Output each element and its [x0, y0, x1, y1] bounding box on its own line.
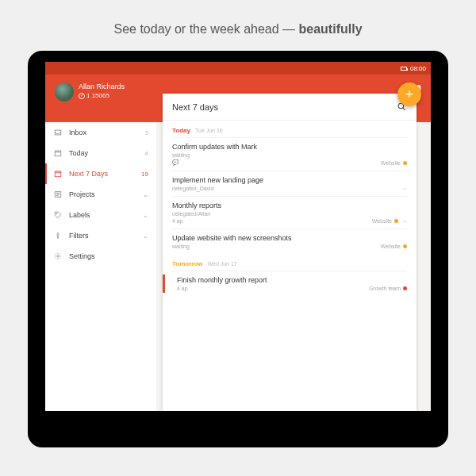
task-row[interactable]: Implement new landing page delegated_Dav…: [172, 171, 407, 196]
inbox-icon: [53, 129, 63, 136]
day-name: Today: [172, 127, 190, 134]
task-title: Finish monthly growth report: [177, 276, 407, 284]
task-project: Website: [381, 244, 407, 249]
today-icon: [53, 149, 63, 157]
sidebar-item-inbox[interactable]: Inbox 3: [45, 122, 156, 143]
task-card: Next 7 days + Today Tue Jun 16 Confirm u…: [163, 94, 416, 411]
card-title: Next 7 days: [172, 102, 397, 112]
task-title: Monthly reports: [172, 202, 407, 209]
comment-icon: 💬: [172, 159, 179, 166]
week-icon: [53, 170, 63, 178]
user-block[interactable]: Allan Richards ✓ 1 15065: [79, 83, 125, 100]
svg-rect-2: [55, 171, 61, 177]
task-title: Implement new landing page: [172, 176, 407, 184]
avatar[interactable]: [55, 83, 74, 102]
karma-row: ✓ 1 15065: [79, 92, 125, 100]
task-project: Growth team: [369, 286, 407, 291]
project-dot-icon: [394, 219, 398, 223]
sidebar-item-count: 4: [145, 150, 148, 157]
tablet-frame: 08:00 Allan Richards ✓ 1 15065: [28, 51, 448, 447]
project-dot-icon: [403, 244, 407, 248]
svg-point-4: [56, 213, 57, 214]
task-row[interactable]: Update website with new screenshots wait…: [172, 228, 407, 254]
chevron-down-icon: ⌄: [143, 232, 148, 240]
sidebar-item-projects[interactable]: Projects ⌄: [45, 184, 156, 205]
day-date: Wed Jun 17: [208, 261, 237, 267]
svg-rect-1: [55, 151, 61, 156]
karma-icon: ✓: [79, 93, 85, 99]
projects-icon: [53, 190, 63, 198]
task-list[interactable]: Today Tue Jun 16 Confirm updates with Ma…: [163, 121, 416, 411]
priority-indicator: [163, 274, 165, 293]
task-label: delegated/Allan: [172, 211, 210, 217]
user-name: Allan Richards: [79, 83, 125, 92]
sidebar-item-count: 19: [141, 171, 148, 178]
task-project: Website: [381, 160, 407, 166]
clock: 08:00: [410, 65, 426, 72]
status-bar: 08:00: [45, 62, 431, 75]
day-name: Tomorrow: [172, 260, 203, 267]
svg-point-5: [57, 255, 60, 258]
task-project: Website⌄: [372, 217, 407, 224]
project-dot-icon: [403, 286, 407, 290]
day-date: Tue Jun 16: [195, 128, 223, 133]
main-panel: Next 7 days + Today Tue Jun 16 Confirm u…: [156, 122, 431, 411]
chevron-down-icon: ⌄: [143, 212, 148, 219]
gear-icon: [53, 252, 63, 260]
day-header-tomorrow: Tomorrow Wed Jun 17: [172, 254, 407, 271]
sidebar-item-label: Projects: [69, 190, 143, 198]
sidebar-item-label: Settings: [69, 252, 148, 260]
task-meta: delegated/Allan: [172, 211, 407, 217]
karma-points: 1 15065: [86, 92, 109, 100]
chevron-down-icon: ⌄: [143, 191, 148, 198]
task-meta: waiting: [172, 152, 407, 158]
sidebar-item-filters[interactable]: Filters ⌄: [45, 225, 156, 246]
task-label: waiting: [172, 152, 190, 158]
sidebar-item-labels[interactable]: Labels ⌄: [45, 205, 156, 225]
day-header-today: Today Tue Jun 16: [172, 121, 407, 137]
sidebar: Inbox 3 Today 4 Next 7 Days 19: [45, 122, 156, 411]
marketing-tagline: See today or the week ahead — beautifull…: [0, 0, 476, 51]
screen: 08:00 Allan Richards ✓ 1 15065: [45, 62, 431, 411]
tagline-text: See today or the week ahead —: [113, 22, 298, 36]
task-label: delegated_David: [172, 186, 214, 191]
task-row[interactable]: Finish monthly growth report 4 ap Growth…: [172, 271, 407, 296]
task-meta: waiting: [172, 244, 407, 249]
tagline-emphasis: beautifully: [299, 22, 363, 36]
task-title: Confirm updates with Mark: [172, 143, 407, 151]
chevron-down-icon: ⌄: [402, 217, 407, 224]
content-layout: Inbox 3 Today 4 Next 7 Days 19: [45, 122, 431, 411]
sidebar-item-label: Next 7 Days: [69, 170, 141, 178]
task-row[interactable]: Monthly reports delegated/Allan 4 ap Web…: [172, 196, 407, 228]
sidebar-item-label: Filters: [69, 232, 143, 240]
sidebar-item-label: Labels: [69, 211, 143, 219]
sidebar-item-settings[interactable]: Settings: [45, 246, 156, 267]
project-dot-icon: [403, 161, 407, 165]
sidebar-item-today[interactable]: Today 4: [45, 143, 156, 163]
card-header: Next 7 days: [163, 94, 416, 121]
task-label: 4 ap: [177, 286, 188, 291]
task-expand[interactable]: ⌄: [401, 185, 407, 191]
task-row[interactable]: Confirm updates with Mark waiting 💬 Webs…: [172, 137, 407, 171]
sidebar-item-label: Inbox: [69, 129, 145, 136]
sidebar-item-label: Today: [69, 149, 145, 157]
filters-icon: [53, 232, 63, 240]
battery-icon: [401, 67, 407, 71]
labels-icon: [53, 211, 63, 219]
task-meta: delegated_David: [172, 186, 407, 191]
sidebar-item-next7days[interactable]: Next 7 Days 19: [45, 163, 156, 184]
add-task-button[interactable]: +: [397, 83, 421, 106]
chevron-down-icon: ⌄: [402, 185, 407, 191]
task-label: waiting: [172, 244, 190, 249]
task-title: Update website with new screenshots: [172, 234, 407, 242]
sidebar-item-count: 3: [145, 129, 148, 136]
